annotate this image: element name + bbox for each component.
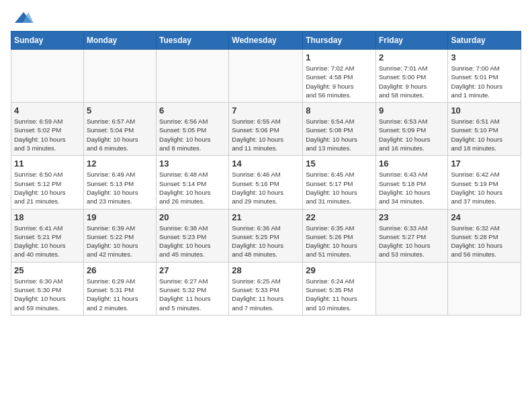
day-number: 6 [159,105,226,116]
calendar-cell: 18Sunrise: 6:41 AM Sunset: 5:21 PM Dayli… [11,209,84,262]
calendar-cell: 25Sunrise: 6:30 AM Sunset: 5:30 PM Dayli… [11,262,84,315]
calendar-cell [83,50,156,103]
day-info: Sunrise: 6:49 AM Sunset: 5:13 PM Dayligh… [87,170,153,205]
calendar-cell: 1Sunrise: 7:02 AM Sunset: 4:58 PM Daylig… [303,50,376,103]
day-info: Sunrise: 6:50 AM Sunset: 5:12 PM Dayligh… [14,170,81,205]
weekday-header-saturday: Saturday [448,32,521,50]
day-number: 17 [451,158,518,169]
day-info: Sunrise: 6:48 AM Sunset: 5:14 PM Dayligh… [159,170,226,205]
calendar-cell: 7Sunrise: 6:55 AM Sunset: 5:06 PM Daylig… [229,103,303,156]
day-number: 20 [159,212,226,222]
day-info: Sunrise: 6:43 AM Sunset: 5:18 PM Dayligh… [379,170,445,205]
calendar-cell: 9Sunrise: 6:53 AM Sunset: 5:09 PM Daylig… [375,103,447,156]
calendar-cell [375,262,447,315]
calendar-cell: 22Sunrise: 6:35 AM Sunset: 5:26 PM Dayli… [303,209,376,262]
day-number: 28 [232,265,300,275]
calendar-header-row: SundayMondayTuesdayWednesdayThursdayFrid… [11,32,521,50]
day-number: 16 [379,158,445,169]
day-info: Sunrise: 6:27 AM Sunset: 5:32 PM Dayligh… [159,277,226,312]
day-number: 18 [14,212,81,222]
logo-icon [13,11,34,24]
day-info: Sunrise: 6:36 AM Sunset: 5:25 PM Dayligh… [232,224,300,259]
day-info: Sunrise: 6:24 AM Sunset: 5:35 PM Dayligh… [306,277,373,312]
weekday-header-monday: Monday [83,32,156,50]
calendar-cell: 26Sunrise: 6:29 AM Sunset: 5:31 PM Dayli… [83,262,156,315]
calendar-cell: 23Sunrise: 6:33 AM Sunset: 5:27 PM Dayli… [375,209,447,262]
day-number: 10 [451,105,518,116]
weekday-header-friday: Friday [375,32,447,50]
day-info: Sunrise: 6:32 AM Sunset: 5:28 PM Dayligh… [451,224,518,259]
day-info: Sunrise: 6:55 AM Sunset: 5:06 PM Dayligh… [232,117,300,152]
day-info: Sunrise: 6:59 AM Sunset: 5:02 PM Dayligh… [14,117,81,152]
logo [11,11,34,24]
day-info: Sunrise: 6:33 AM Sunset: 5:27 PM Dayligh… [379,224,445,259]
day-info: Sunrise: 7:01 AM Sunset: 5:00 PM Dayligh… [379,64,445,99]
day-number: 3 [451,52,518,62]
day-info: Sunrise: 6:42 AM Sunset: 5:19 PM Dayligh… [451,170,518,205]
day-number: 24 [451,212,518,222]
calendar-week-row: 11Sunrise: 6:50 AM Sunset: 5:12 PM Dayli… [11,156,521,209]
day-number: 4 [14,105,81,116]
calendar-cell: 10Sunrise: 6:51 AM Sunset: 5:10 PM Dayli… [448,103,521,156]
day-number: 23 [379,212,445,222]
calendar-cell: 13Sunrise: 6:48 AM Sunset: 5:14 PM Dayli… [157,156,229,209]
calendar-cell [448,262,521,315]
day-number: 29 [306,265,373,275]
day-number: 14 [232,158,300,169]
calendar-week-row: 18Sunrise: 6:41 AM Sunset: 5:21 PM Dayli… [11,209,521,262]
day-info: Sunrise: 6:29 AM Sunset: 5:31 PM Dayligh… [87,277,153,312]
weekday-header-wednesday: Wednesday [229,32,303,50]
day-number: 11 [14,158,81,169]
day-info: Sunrise: 7:00 AM Sunset: 5:01 PM Dayligh… [451,64,518,99]
day-number: 26 [87,265,153,275]
calendar-cell: 21Sunrise: 6:36 AM Sunset: 5:25 PM Dayli… [229,209,303,262]
day-info: Sunrise: 6:45 AM Sunset: 5:17 PM Dayligh… [306,170,373,205]
calendar-cell: 24Sunrise: 6:32 AM Sunset: 5:28 PM Dayli… [448,209,521,262]
day-number: 12 [87,158,153,169]
day-number: 5 [87,105,153,116]
day-info: Sunrise: 6:25 AM Sunset: 5:33 PM Dayligh… [232,277,300,312]
weekday-header-sunday: Sunday [11,32,84,50]
calendar-cell [229,50,303,103]
day-info: Sunrise: 6:54 AM Sunset: 5:08 PM Dayligh… [306,117,373,152]
calendar-cell: 4Sunrise: 6:59 AM Sunset: 5:02 PM Daylig… [11,103,84,156]
calendar-cell: 20Sunrise: 6:38 AM Sunset: 5:23 PM Dayli… [157,209,229,262]
day-info: Sunrise: 6:51 AM Sunset: 5:10 PM Dayligh… [451,117,518,152]
calendar-cell: 8Sunrise: 6:54 AM Sunset: 5:08 PM Daylig… [303,103,376,156]
calendar-cell: 28Sunrise: 6:25 AM Sunset: 5:33 PM Dayli… [229,262,303,315]
day-number: 15 [306,158,373,169]
calendar: SundayMondayTuesdayWednesdayThursdayFrid… [11,31,521,316]
day-info: Sunrise: 6:53 AM Sunset: 5:09 PM Dayligh… [379,117,445,152]
calendar-week-row: 1Sunrise: 7:02 AM Sunset: 4:58 PM Daylig… [11,50,521,103]
calendar-cell: 5Sunrise: 6:57 AM Sunset: 5:04 PM Daylig… [83,103,156,156]
day-info: Sunrise: 6:46 AM Sunset: 5:16 PM Dayligh… [232,170,300,205]
weekday-header-tuesday: Tuesday [157,32,229,50]
day-info: Sunrise: 6:39 AM Sunset: 5:22 PM Dayligh… [87,224,153,259]
day-number: 25 [14,265,81,275]
day-info: Sunrise: 6:35 AM Sunset: 5:26 PM Dayligh… [306,224,373,259]
day-info: Sunrise: 6:41 AM Sunset: 5:21 PM Dayligh… [14,224,81,259]
calendar-week-row: 25Sunrise: 6:30 AM Sunset: 5:30 PM Dayli… [11,262,521,315]
calendar-cell: 14Sunrise: 6:46 AM Sunset: 5:16 PM Dayli… [229,156,303,209]
calendar-cell: 16Sunrise: 6:43 AM Sunset: 5:18 PM Dayli… [375,156,447,209]
calendar-cell [157,50,229,103]
weekday-header-thursday: Thursday [303,32,376,50]
day-number: 9 [379,105,445,116]
day-info: Sunrise: 6:56 AM Sunset: 5:05 PM Dayligh… [159,117,226,152]
calendar-cell: 17Sunrise: 6:42 AM Sunset: 5:19 PM Dayli… [448,156,521,209]
calendar-cell: 2Sunrise: 7:01 AM Sunset: 5:00 PM Daylig… [375,50,447,103]
day-number: 19 [87,212,153,222]
calendar-cell [11,50,84,103]
calendar-cell: 11Sunrise: 6:50 AM Sunset: 5:12 PM Dayli… [11,156,84,209]
calendar-cell: 12Sunrise: 6:49 AM Sunset: 5:13 PM Dayli… [83,156,156,209]
calendar-cell: 27Sunrise: 6:27 AM Sunset: 5:32 PM Dayli… [157,262,229,315]
calendar-cell: 19Sunrise: 6:39 AM Sunset: 5:22 PM Dayli… [83,209,156,262]
calendar-cell: 3Sunrise: 7:00 AM Sunset: 5:01 PM Daylig… [448,50,521,103]
day-number: 2 [379,52,445,62]
header [11,11,521,24]
day-info: Sunrise: 6:30 AM Sunset: 5:30 PM Dayligh… [14,277,81,312]
calendar-cell: 6Sunrise: 6:56 AM Sunset: 5:05 PM Daylig… [157,103,229,156]
day-info: Sunrise: 6:38 AM Sunset: 5:23 PM Dayligh… [159,224,226,259]
day-number: 8 [306,105,373,116]
day-number: 27 [159,265,226,275]
